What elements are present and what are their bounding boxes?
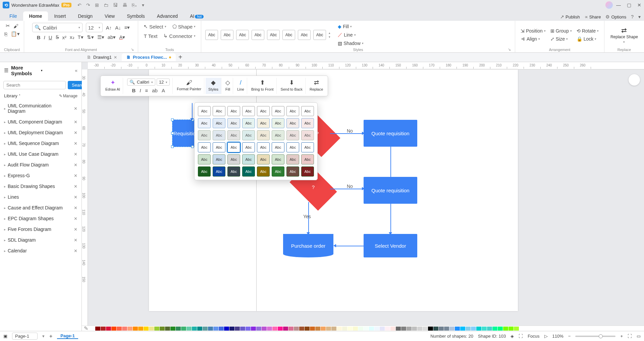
focus-icon[interactable]: ⛶ — [519, 334, 523, 339]
user-avatar-icon[interactable] — [605, 1, 613, 9]
export-icon[interactable]: ⎘▾ — [132, 2, 137, 8]
style-swatch[interactable]: Abc — [301, 154, 314, 164]
zoom-slider[interactable] — [575, 336, 615, 337]
color-swatch[interactable] — [310, 327, 315, 331]
sidebar-search-input[interactable] — [3, 81, 66, 89]
color-swatch[interactable] — [117, 327, 122, 331]
collapse-ribbon-icon[interactable]: ▾ — [638, 14, 641, 19]
style-swatch[interactable]: Abc — [272, 118, 284, 128]
style-swatch[interactable]: Abc — [252, 30, 264, 40]
style-swatch[interactable]: Abc — [242, 130, 255, 140]
color-swatch[interactable] — [369, 327, 374, 331]
color-swatch[interactable] — [337, 327, 342, 331]
color-swatch[interactable] — [192, 327, 197, 331]
text-tool[interactable]: TText — [143, 33, 159, 40]
style-swatch[interactable]: Abc — [236, 30, 249, 40]
style-swatch[interactable]: Abc — [213, 142, 225, 152]
menu-home[interactable]: Home — [23, 11, 48, 21]
color-swatch[interactable] — [428, 327, 433, 331]
style-swatch[interactable]: Abc — [198, 142, 211, 152]
color-swatch[interactable] — [133, 327, 138, 331]
fit-page-icon[interactable]: ⛶ — [628, 334, 632, 339]
bullets-icon[interactable]: ☰▾ — [97, 34, 104, 40]
style-swatch[interactable]: Abc — [301, 166, 314, 177]
style-swatch[interactable]: Abc — [301, 106, 314, 116]
align-icon[interactable]: ≡▾ — [124, 25, 130, 31]
style-swatch[interactable]: Abc — [286, 142, 299, 152]
tab-drawing1[interactable]: 🗎 Drawing1 ✕ — [82, 53, 122, 61]
mini-bold-icon[interactable]: B — [132, 88, 136, 93]
color-swatch[interactable] — [176, 327, 181, 331]
color-swatch[interactable] — [364, 327, 369, 331]
color-swatch[interactable] — [170, 327, 175, 331]
color-swatch[interactable] — [213, 327, 218, 331]
cut-icon[interactable]: ✂ — [6, 23, 10, 29]
add-tab-icon[interactable]: + — [178, 53, 182, 61]
color-swatch[interactable] — [401, 327, 406, 331]
color-swatch[interactable] — [267, 327, 272, 331]
rotate-button[interactable]: ⟲Rotate▾ — [575, 28, 600, 34]
mini-italic-icon[interactable]: I — [140, 88, 141, 93]
italic-icon[interactable]: I — [44, 35, 45, 40]
color-swatch[interactable] — [347, 327, 353, 331]
gallery-up-icon[interactable]: ▴ — [329, 31, 330, 35]
lock-button[interactable]: 🔒Lock▾ — [575, 36, 600, 42]
color-swatch[interactable] — [433, 327, 438, 331]
style-swatch[interactable]: Abc — [213, 166, 225, 177]
color-swatch[interactable] — [144, 327, 149, 331]
shape-quote-requisition-2[interactable]: Quote requisition — [364, 177, 417, 204]
pages-panel-icon[interactable]: ▣ — [3, 334, 7, 339]
position-button[interactable]: ⇲Position▾ — [519, 28, 547, 34]
shape-purchase-order[interactable]: Purchase order — [283, 234, 333, 257]
color-swatch[interactable] — [380, 327, 385, 331]
remove-lib-icon[interactable]: ✕ — [74, 173, 77, 178]
color-swatch[interactable] — [127, 327, 132, 331]
line-spacing-icon[interactable]: ⇅▾ — [87, 34, 94, 40]
remove-lib-icon[interactable]: ✕ — [74, 195, 77, 200]
mini-font-color-icon[interactable]: A — [162, 88, 165, 93]
color-swatch[interactable] — [358, 327, 363, 331]
font-launcher-icon[interactable]: ↘ — [131, 47, 134, 52]
font-name-select[interactable]: 🔍Calibri▾ — [32, 23, 83, 32]
style-swatch[interactable]: Abc — [286, 154, 299, 164]
sidebar-item[interactable]: ▸Calendar✕ — [0, 245, 82, 256]
remove-lib-icon[interactable]: ✕ — [74, 227, 77, 232]
color-swatch[interactable] — [272, 327, 277, 331]
floating-action-button[interactable] — [629, 74, 640, 86]
color-swatch[interactable] — [466, 327, 471, 331]
paste-icon[interactable]: 📋▾ — [11, 31, 20, 37]
mini-styles[interactable]: ◆Styles — [206, 78, 221, 94]
style-swatch[interactable]: Abc — [227, 154, 240, 164]
color-swatch[interactable] — [305, 327, 310, 331]
color-swatch[interactable] — [90, 327, 95, 331]
color-swatch[interactable] — [471, 327, 476, 331]
bold-icon[interactable]: B — [37, 35, 41, 40]
present-icon[interactable]: ▷ — [544, 334, 548, 339]
color-swatch[interactable] — [353, 327, 358, 331]
sidebar-item[interactable]: ▸Lines✕ — [0, 192, 82, 202]
style-swatch[interactable]: Abc — [286, 106, 299, 116]
sidebar-item[interactable]: ▸Basic Drawing Shapes✕ — [0, 181, 82, 192]
style-swatch[interactable]: Abc — [227, 106, 240, 116]
mini-send-back[interactable]: ⬇Send to Back — [278, 78, 306, 94]
color-swatch[interactable] — [294, 327, 299, 331]
remove-lib-icon[interactable]: ✕ — [74, 238, 77, 243]
sidebar-item[interactable]: ▸EPC Diagram Shapes✕ — [0, 213, 82, 224]
gallery-down-icon[interactable]: ▾ — [329, 35, 330, 39]
select-tool[interactable]: ↖Select▾ — [142, 23, 168, 30]
style-swatch[interactable]: Abc — [257, 142, 270, 152]
add-page-icon[interactable]: + — [49, 333, 52, 339]
style-swatch[interactable]: Abc — [257, 130, 270, 140]
remove-lib-icon[interactable]: ✕ — [74, 119, 77, 125]
style-swatch[interactable]: Abc — [272, 166, 284, 177]
color-swatch[interactable] — [299, 327, 304, 331]
style-swatch[interactable]: Abc — [198, 166, 211, 177]
color-swatch[interactable] — [455, 327, 460, 331]
color-swatch[interactable] — [203, 327, 208, 331]
sidebar-item[interactable]: ▸Cause and Effect Diagram✕ — [0, 202, 82, 213]
color-swatch[interactable] — [498, 327, 503, 331]
style-swatch[interactable]: Abc — [198, 130, 211, 140]
color-swatch[interactable] — [95, 327, 100, 331]
color-swatch[interactable] — [186, 327, 192, 331]
page-selector[interactable]: Page-1 — [12, 333, 38, 340]
